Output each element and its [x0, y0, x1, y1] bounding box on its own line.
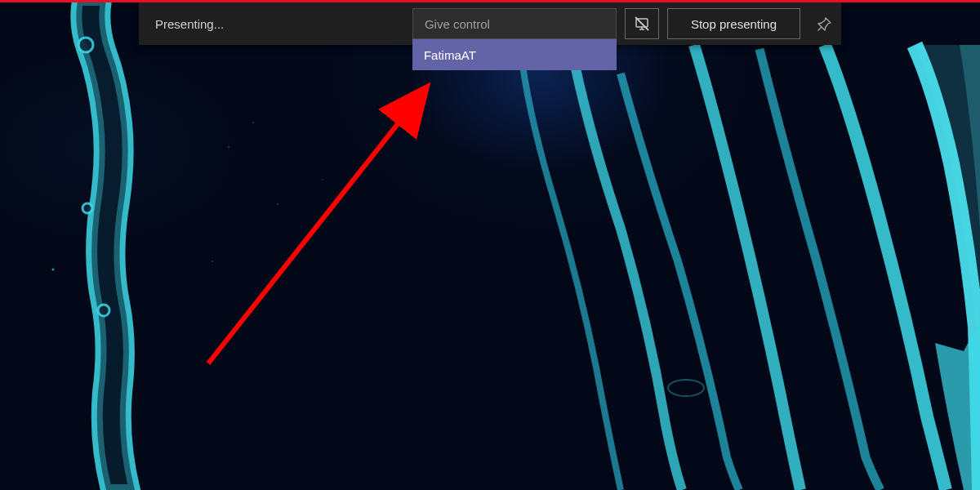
svg-point-9: [322, 179, 323, 180]
svg-point-6: [212, 261, 213, 262]
svg-point-3: [668, 380, 704, 396]
svg-point-0: [98, 305, 109, 316]
give-control-label: Give control: [425, 17, 490, 31]
pin-toolbar-button[interactable]: [807, 8, 841, 39]
hide-toolbar-button[interactable]: [625, 8, 659, 39]
stop-presenting-label: Stop presenting: [691, 17, 777, 31]
pin-icon: [817, 17, 831, 31]
presentation-off-icon: [634, 16, 650, 32]
svg-point-8: [252, 122, 254, 123]
give-control-option-label: FatimaAT: [424, 48, 476, 62]
window-top-border: [0, 0, 980, 2]
give-control-container: Give control FatimaAT: [412, 8, 617, 39]
svg-point-2: [78, 38, 93, 52]
desktop-background: [0, 0, 980, 490]
presenting-toolbar: Presenting... Give control FatimaAT Stop…: [139, 2, 841, 45]
give-control-menu: FatimaAT: [412, 39, 617, 70]
give-control-option[interactable]: FatimaAT: [412, 39, 617, 70]
svg-point-5: [277, 203, 278, 205]
stop-presenting-button[interactable]: Stop presenting: [667, 8, 800, 39]
svg-point-7: [52, 269, 55, 271]
svg-point-4: [228, 146, 229, 148]
background-artwork: [0, 0, 980, 490]
svg-point-1: [82, 203, 92, 213]
presenting-status-label: Presenting...: [139, 17, 224, 31]
give-control-dropdown[interactable]: Give control: [412, 8, 617, 39]
